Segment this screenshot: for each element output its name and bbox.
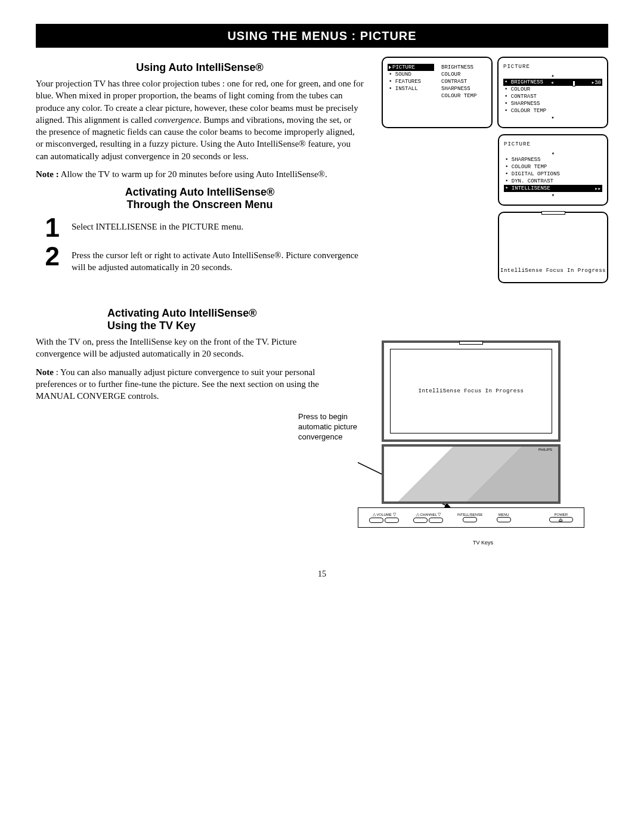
osd1-l3: INSTALL	[395, 86, 418, 92]
page-number: 15	[36, 569, 608, 579]
osd-picture-menu: PICTURE ▴ • BRIGHTNESS ◂▸30 • COLOUR • C…	[497, 57, 608, 128]
intellisense-button[interactable]	[463, 517, 477, 522]
osd1-features: • FEATURES	[388, 78, 434, 85]
section1-note: Note : Allow the TV to warm up for 20 mi…	[36, 168, 364, 180]
osd3-i2: DIGITAL OPTIONS	[512, 171, 560, 177]
vol-label: VOLUME	[376, 513, 391, 516]
section1-heading: Using Auto IntelliSense®	[36, 61, 364, 74]
channel-down-button[interactable]	[429, 518, 443, 523]
tv-keys-caption: TV Keys	[358, 540, 608, 546]
section3-heading: Activating Auto IntelliSense® Using the …	[107, 307, 608, 332]
section3-body: With the TV on, press the IntelliSense k…	[36, 336, 340, 360]
tv-brand: PHILIPS	[538, 448, 552, 451]
osd1-r0: BRIGHTNESS	[440, 64, 487, 71]
tv-tab-icon	[459, 341, 483, 345]
s2-h-l1: Activating Auto IntelliSense®	[125, 186, 275, 198]
tab-icon	[541, 211, 565, 215]
step1-number: 1	[36, 215, 60, 241]
osd1-r4: COLOUR TEMP	[440, 92, 487, 100]
menu-key: MENU	[496, 513, 512, 523]
note3-label: Note	[36, 367, 54, 377]
is-label: INTELLISENSE	[457, 513, 482, 516]
step-2: 2 Press the cursor left or right to acti…	[36, 243, 364, 274]
s2-h-l2: Through the Onscreen Menu	[126, 199, 273, 210]
osd2-brightness: • BRIGHTNESS ◂▸30	[503, 79, 602, 86]
up-arrow-icon-2: ▴	[504, 150, 602, 156]
intellisense-key: INTELLISENSE	[457, 513, 482, 523]
osd3-intellisense: • INTELLISENSE ▸▸	[504, 185, 602, 192]
volume-down-button[interactable]	[385, 518, 399, 523]
osd1-r2: CONTRAST	[440, 78, 487, 85]
section3-note: Note : You can also manually adjust pict…	[36, 366, 340, 402]
osd1-l1: SOUND	[395, 72, 411, 78]
osd3-dyn: • DYN. CONTRAST	[504, 178, 602, 185]
channel-up-button[interactable]	[413, 518, 428, 523]
title-bar: USING THE MENUS : PICTURE	[36, 24, 608, 48]
osd3-i0: SHARPNESS	[512, 157, 541, 163]
osd3-sharpness: • SHARPNESS	[504, 156, 602, 163]
osd1-l0: PICTURE	[392, 64, 415, 70]
osd2-contrast: • CONTRAST	[503, 93, 602, 100]
tv-base: PHILIPS	[382, 444, 561, 504]
channel-keys: △ CHANNEL ▽	[413, 512, 444, 524]
section1-body: Your projection TV has three color proje…	[36, 78, 364, 162]
osd2-i4: COLOUR TEMP	[511, 108, 546, 114]
osd2-i3: SHARPNESS	[511, 101, 540, 107]
step1-text: Select INTELLISENSE in the PICTURE menu.	[72, 215, 364, 233]
tv-keys-panel: △ VOLUME ▽ △ CHANNEL ▽ INTELLISENSE MENU	[358, 507, 584, 528]
convergence-word: convergence	[154, 115, 199, 125]
power-button[interactable]: ⏻	[549, 517, 573, 522]
osd1-picture: PICTURE	[388, 64, 434, 71]
s3-h-l2: Using the TV Key	[107, 320, 196, 332]
tv-screen: IntelliSense Focus In Progress	[382, 340, 561, 442]
osd2-i0: BRIGHTNESS	[511, 79, 543, 85]
s2s1c: in the	[157, 222, 182, 231]
step2-text: Press the cursor left or right to activa…	[72, 243, 364, 274]
osd2-sharpness: • SHARPNESS	[503, 100, 602, 107]
osd1-install: • INSTALL	[388, 85, 434, 92]
osd3-digital: • DIGITAL OPTIONS	[504, 171, 602, 178]
s2s1e: menu.	[219, 222, 244, 231]
menu-button[interactable]	[497, 517, 511, 522]
tv-illustration: Press to begin automatic picture converg…	[358, 340, 584, 537]
down-arrow-icon-2: ▾	[504, 192, 602, 199]
osd2-i2: CONTRAST	[511, 94, 537, 100]
note-label: Note :	[36, 169, 59, 179]
menu-label: MENU	[496, 513, 512, 516]
power-label: POWER	[549, 513, 574, 516]
osd3-title: PICTURE	[504, 141, 602, 147]
osd3-i1: COLOUR TEMP	[512, 164, 547, 170]
osd2-val: 30	[595, 80, 601, 86]
section2-heading: Activating Auto IntelliSense® Through th…	[36, 186, 364, 211]
step-1: 1 Select INTELLISENSE in the PICTURE men…	[36, 215, 364, 241]
s2s1a: Select	[72, 222, 95, 231]
osd1-r3: SHARPNESS	[440, 85, 487, 92]
osd1-l2: FEATURES	[395, 79, 421, 85]
note-text: Allow the TV to warm up for 20 minutes b…	[59, 169, 327, 179]
s2s1b: INTELLISENSE	[95, 222, 157, 231]
osd4-text: IntelliSense Focus In Progress	[499, 268, 607, 274]
note3-text: : You can also manually adjust picture c…	[36, 367, 319, 401]
volume-keys: △ VOLUME ▽	[369, 512, 400, 524]
down-arrow-icon: ▾	[503, 114, 602, 121]
osd-main-menu: PICTURE • SOUND • FEATURES • INSTALL BRI…	[382, 57, 493, 128]
osd-progress: IntelliSense Focus In Progress	[498, 212, 608, 283]
osd2-colourtemp: • COLOUR TEMP	[503, 107, 602, 114]
osd1-sound: • SOUND	[388, 71, 434, 78]
osd3-i4: INTELLISENSE	[512, 185, 550, 191]
step2-number: 2	[36, 243, 60, 270]
osd3-colourtemp: • COLOUR TEMP	[504, 163, 602, 171]
osd2-colour: • COLOUR	[503, 86, 602, 93]
s2s1d: PICTURE	[182, 222, 219, 231]
tv-screen-text: IntelliSense Focus In Progress	[390, 349, 552, 433]
s3-h-l1: Activating Auto IntelliSense®	[107, 307, 257, 319]
osd2-title: PICTURE	[503, 64, 602, 70]
osd2-i1: COLOUR	[511, 86, 530, 92]
power-key: POWER ⏻	[549, 513, 574, 522]
osd3-i3: DYN. CONTRAST	[512, 178, 553, 184]
callout-text: Press to begin automatic picture converg…	[298, 412, 358, 442]
up-arrow-icon: ▴	[503, 72, 602, 79]
osd-intellisense-menu: PICTURE ▴ • SHARPNESS • COLOUR TEMP • DI…	[498, 134, 608, 206]
osd1-r1: COLOUR	[440, 71, 487, 78]
volume-up-button[interactable]	[369, 518, 383, 523]
